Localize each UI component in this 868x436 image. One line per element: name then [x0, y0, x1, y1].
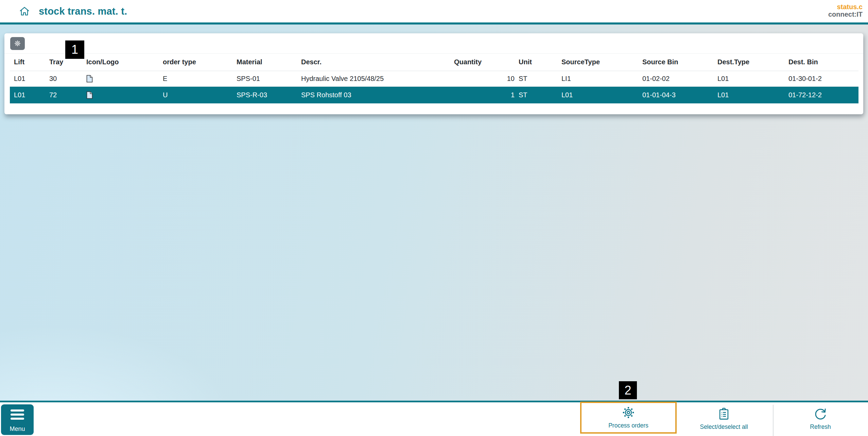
col-header-icon-logo[interactable]: Icon/Logo	[82, 54, 159, 71]
brand-logo-line1: status.c	[828, 3, 863, 11]
menu-button[interactable]: Menu	[1, 404, 34, 435]
col-header-dest-type[interactable]: Dest.Type	[713, 54, 784, 71]
table-toolbar	[4, 33, 863, 54]
table-header-row: Lift Tray Icon/Logo order type Material …	[10, 54, 858, 71]
process-orders-label: Process orders	[608, 422, 648, 429]
page-title: stock trans. mat. t.	[39, 6, 127, 17]
refresh-label: Refresh	[810, 423, 831, 431]
footer-action-divider	[773, 405, 774, 436]
cell-source-bin: 01-01-04-3	[638, 86, 713, 103]
step-badge-2: 2	[619, 381, 637, 399]
table-settings-button[interactable]	[10, 37, 25, 50]
menu-button-label: Menu	[10, 425, 25, 433]
cell-source-bin: 01-02-02	[638, 71, 713, 86]
col-header-order-type[interactable]: order type	[159, 54, 232, 71]
cell-dest-bin: 01-30-01-2	[784, 71, 858, 86]
cell-material: SPS-R-03	[232, 86, 297, 103]
clipboard-icon	[717, 407, 730, 420]
gear-icon	[14, 40, 21, 47]
refresh-button[interactable]: Refresh	[786, 402, 854, 435]
cell-order-type: E	[159, 71, 232, 86]
orders-table: Lift Tray Icon/Logo order type Material …	[10, 54, 858, 103]
top-bar: stock trans. mat. t. status.c connect:IT	[0, 0, 868, 22]
cell-quantity: 1	[450, 86, 515, 103]
document-icon	[86, 91, 93, 99]
cell-unit: ST	[515, 86, 557, 103]
col-header-unit[interactable]: Unit	[515, 54, 557, 71]
select-deselect-all-button[interactable]: Select/deselect all	[690, 402, 758, 435]
col-header-quantity[interactable]: Quantity	[450, 54, 515, 71]
cell-lift: L01	[10, 86, 45, 103]
col-header-descr[interactable]: Descr.	[297, 54, 450, 71]
brand-logo-line2: connect:IT	[828, 11, 863, 18]
col-header-material[interactable]: Material	[232, 54, 297, 71]
cell-dest-bin: 01-72-12-2	[784, 86, 858, 103]
cell-source-type: LI1	[557, 71, 638, 86]
table-row[interactable]: L01 30 E SPS-01 Hydraulic Valve 2105/48/…	[10, 71, 858, 86]
col-header-lift[interactable]: Lift	[10, 54, 45, 71]
hamburger-icon	[11, 409, 24, 420]
brand-logo: status.c connect:IT	[828, 3, 863, 18]
refresh-icon	[814, 407, 827, 420]
col-header-source-bin[interactable]: Source Bin	[638, 54, 713, 71]
app-window: stock trans. mat. t. status.c connect:IT	[0, 0, 868, 436]
cell-order-type: U	[159, 86, 232, 103]
gear-icon	[622, 406, 635, 419]
cell-tray: 30	[45, 71, 82, 86]
cell-tray: 72	[45, 86, 82, 103]
top-divider	[0, 22, 868, 24]
cell-material: SPS-01	[232, 71, 297, 86]
cell-source-type: L01	[557, 86, 638, 103]
col-header-dest-bin[interactable]: Dest. Bin	[784, 54, 858, 71]
step-badge-1: 1	[65, 40, 84, 59]
cell-icon	[82, 86, 159, 103]
select-deselect-all-label: Select/deselect all	[700, 423, 748, 431]
cell-dest-type: L01	[713, 71, 784, 86]
cell-descr: Hydraulic Valve 2105/48/25	[297, 71, 450, 86]
cell-unit: ST	[515, 71, 557, 86]
col-header-source-type[interactable]: SourceType	[557, 54, 638, 71]
table-row-selected[interactable]: L01 72 U SPS-R-03 SPS Rohstoff 03 1 ST L…	[10, 86, 858, 103]
cell-quantity: 10	[450, 71, 515, 86]
home-icon[interactable]	[19, 6, 30, 17]
orders-card: Lift Tray Icon/Logo order type Material …	[4, 33, 863, 114]
document-icon	[86, 75, 93, 83]
cell-lift: L01	[10, 71, 45, 86]
cell-dest-type: L01	[713, 86, 784, 103]
cell-icon	[82, 71, 159, 86]
process-orders-button[interactable]: Process orders	[580, 402, 677, 434]
cell-descr: SPS Rohstoff 03	[297, 86, 450, 103]
